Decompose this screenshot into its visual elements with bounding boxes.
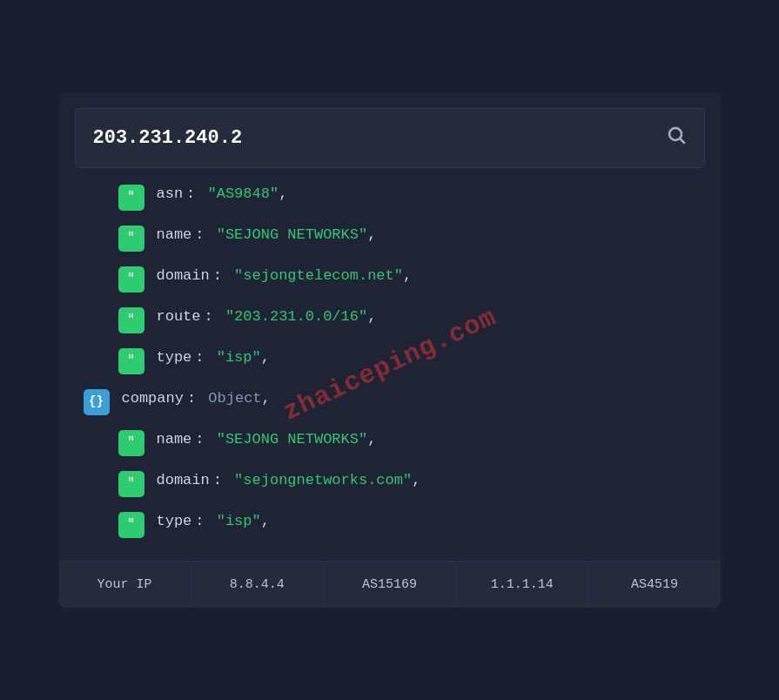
quote-badge: " <box>118 471 144 497</box>
json-line-name-asn: " name : "SEJONG NETWORKS" , <box>75 218 705 259</box>
quick-btn-11114[interactable]: 1.1.1.14 <box>456 562 588 608</box>
value-name-company: "SEJONG NETWORKS" <box>208 429 368 450</box>
results-area: zhaiceping.com " asn : "AS9848" , " name… <box>59 168 721 561</box>
quick-btn-your-ip[interactable]: Your IP <box>59 562 191 608</box>
quick-buttons: Your IP 8.8.4.4 AS15169 1.1.1.14 AS4519 <box>59 561 721 608</box>
quick-btn-as15169[interactable]: AS15169 <box>324 562 456 608</box>
quote-badge: " <box>118 348 144 374</box>
key-domain-networks: domain <box>157 470 210 491</box>
quote-badge: " <box>118 307 144 333</box>
quote-badge: " <box>118 430 144 456</box>
key-name-company: name <box>157 429 192 450</box>
json-line-asn: " asn : "AS9848" , <box>75 177 705 218</box>
key-type: type <box>157 347 192 368</box>
search-input[interactable] <box>93 127 666 149</box>
json-line-route: " route : "203.231.0.0/16" , <box>75 300 705 340</box>
json-line-type-isp: " type : "isp" , <box>75 340 705 381</box>
quote-badge: " <box>118 225 144 252</box>
search-icon[interactable] <box>666 125 687 151</box>
object-badge: {} <box>84 389 110 415</box>
value-type-company: "isp" <box>208 511 261 532</box>
quote-badge: " <box>118 185 144 211</box>
value-asn: "AS9848" <box>198 184 279 205</box>
key-route: route <box>157 306 201 327</box>
value-type: "isp" <box>208 347 261 368</box>
value-domain-networks: "sejongnetworks.com" <box>225 470 412 491</box>
json-line-company: {} company : Object , <box>75 381 705 422</box>
json-line-domain-telecom: " domain : "sejongtelecom.net" , <box>75 259 705 300</box>
quote-badge: " <box>118 266 144 293</box>
key-name-asn: name <box>157 225 192 246</box>
quick-btn-as4519[interactable]: AS4519 <box>588 562 720 608</box>
svg-line-1 <box>680 139 683 143</box>
json-line-domain-networks: " domain : "sejongnetworks.com" , <box>75 463 705 504</box>
main-container: zhaiceping.com " asn : "AS9848" , " name… <box>59 92 721 608</box>
quote-badge: " <box>118 512 144 538</box>
value-company: Object <box>199 388 261 409</box>
key-company: company <box>122 388 184 409</box>
key-domain-telecom: domain <box>157 266 210 286</box>
value-domain-telecom: "sejongtelecom.net" <box>225 266 403 286</box>
json-line-type-company: " type : "isp" , <box>75 504 705 545</box>
quick-btn-8844[interactable]: 8.8.4.4 <box>191 562 324 608</box>
search-bar <box>75 108 705 168</box>
json-line-name-company: " name : "SEJONG NETWORKS" , <box>75 422 705 463</box>
value-name-asn: "SEJONG NETWORKS" <box>208 225 368 246</box>
key-asn: asn <box>157 184 184 205</box>
key-type-company: type <box>157 511 192 532</box>
value-route: "203.231.0.0/16" <box>217 306 367 327</box>
